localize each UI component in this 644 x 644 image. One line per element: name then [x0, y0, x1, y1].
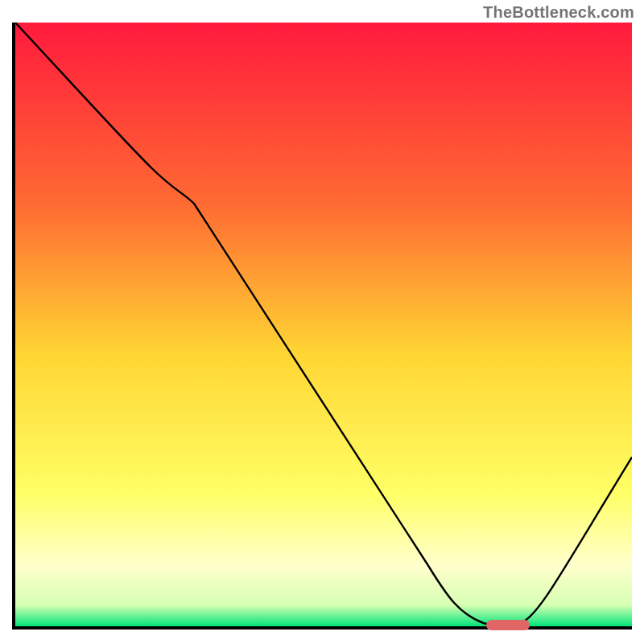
chart-axes-frame [12, 23, 632, 630]
chart-background [15, 23, 632, 626]
chart-canvas [15, 23, 632, 626]
watermark-text: TheBottleneck.com [483, 3, 634, 22]
optimal-marker [486, 620, 530, 630]
